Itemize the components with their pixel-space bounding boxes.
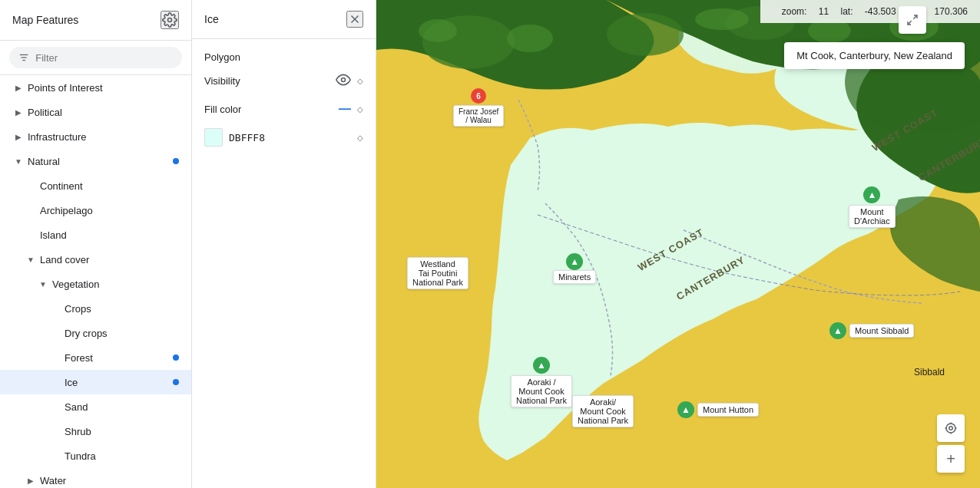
spacer [49,327,61,339]
svg-point-9 [607,13,684,56]
sidebar-item-dry-crops[interactable]: Dry crops [0,321,191,345]
place-aoraki-1[interactable]: ▲ Aoraki /Mount CookNational Park [511,357,572,407]
place-minarets[interactable]: ▲ Minarets [553,253,596,284]
spacer [25,180,37,192]
color-swatch[interactable] [204,128,223,147]
filter-input-wrap [9,47,182,68]
chevron-down-icon: ▼ [25,253,37,265]
map-controls: + [937,414,965,473]
sidebar-item-continent[interactable]: Continent [0,173,191,198]
sidebar-item-land-cover[interactable]: ▼ Land cover [0,247,191,272]
diamond-icon[interactable]: ◇ [357,105,363,114]
place-label: MountD'Archiac [849,205,896,228]
sidebar-item-forest[interactable]: Forest [0,345,191,370]
lat-value: -43.503 [865,6,896,17]
active-dot [173,354,179,361]
diamond-icon-2[interactable]: ◇ [357,134,363,142]
svg-point-6 [342,78,346,82]
svg-point-18 [949,427,953,430]
mountain-icon: ▲ [677,401,694,418]
visibility-label: Visibility [204,75,240,87]
expand-button[interactable] [899,6,926,34]
active-dot [173,158,179,164]
svg-point-0 [168,18,172,22]
zoom-value: 11 [819,6,829,17]
detail-panel: Ice Polygon Visibility ◇ Fill [192,0,376,488]
sidebar-item-label: Ice [65,377,179,388]
place-westland[interactable]: WestlandTai PoutiniNational Park [407,257,468,289]
place-mount-hutton[interactable]: ▲ Mount Hutton [677,401,759,418]
sidebar-item-vegetation[interactable]: ▼ Vegetation [0,272,191,296]
zoom-in-button[interactable]: + [937,445,965,473]
sidebar-item-infrastructure[interactable]: ▶ Infrastructure [0,124,191,149]
zoom-label: zoom: [782,6,807,17]
eye-icon[interactable] [336,72,351,90]
mountain-icon: ▲ [863,186,880,203]
chevron-down-icon: ▼ [37,278,49,290]
close-button[interactable] [346,11,363,28]
filter-bar [0,41,191,75]
map-tooltip: Mt Cook, Canterbury, New Zealand [784,42,965,69]
filter-input[interactable] [35,52,173,64]
diamond-icon[interactable]: ◇ [357,77,363,85]
sidebar-item-points-of-interest[interactable]: ▶ Points of Interest [0,75,191,100]
detail-section: Polygon Visibility ◇ Fill color — ◇ [192,39,376,159]
fill-color-label: Fill color [204,104,241,115]
svg-point-11 [419,19,457,42]
place-aoraki-2[interactable]: Aoraki/Mount CookNational Park [572,395,634,427]
sidebar-item-label: Water [40,475,179,486]
chevron-down-icon: ▼ [12,155,25,167]
sidebar-header: Map Features [0,0,191,41]
sidebar-item-label: Shrub [65,426,179,437]
tooltip-text: Mt Cook, Canterbury, New Zealand [796,50,952,61]
fill-color-swatch-row: DBFFF8 ◇ [204,128,363,147]
svg-line-16 [913,15,917,19]
spacer [49,401,61,413]
sidebar-item-label: Vegetation [52,279,179,290]
location-button[interactable] [937,414,965,442]
sidebar-title: Map Features [12,14,78,26]
sidebar-item-crops[interactable]: Crops [0,296,191,321]
sidebar-item-water[interactable]: ▶ Water [0,468,191,488]
sidebar-item-label: Sand [65,401,179,413]
place-label: Sibbald [914,367,945,378]
place-label: Franz Josef/ Walau [453,105,504,127]
sidebar-item-label: Political [28,107,179,118]
mountain-icon: ▲ [533,357,550,374]
sidebar-item-label: Points of Interest [28,82,179,94]
sidebar-list: ▶ Points of Interest ▶ Political ▶ Infra… [0,75,191,488]
minus-icon[interactable]: — [339,102,351,116]
place-franz-josef[interactable]: 6 Franz Josef/ Walau [453,88,504,127]
sidebar-item-sand[interactable]: Sand [0,394,191,419]
chevron-right-icon: ▶ [25,474,37,486]
sidebar-item-label: Dry crops [65,328,179,339]
spacer [49,425,61,437]
place-sibbald: Sibbald [914,367,945,378]
sidebar: Map Features ▶ Points of Interest ▶ Poli… [0,0,192,488]
sidebar-item-label: Archipelago [40,205,179,216]
sidebar-item-island[interactable]: Island [0,223,191,247]
sidebar-item-label: Land cover [40,254,179,265]
place-label: Mount Hutton [697,403,759,417]
lat-label: lat: [841,6,853,17]
chevron-right-icon: ▶ [12,130,25,143]
sidebar-item-label: Continent [40,180,179,192]
spacer [49,376,61,388]
sidebar-item-archipelago[interactable]: Archipelago [0,198,191,223]
sidebar-item-tundra[interactable]: Tundra [0,443,191,468]
sidebar-item-label: Tundra [65,450,179,462]
place-mount-d-archiac[interactable]: ▲ MountD'Archiac [849,186,896,228]
fill-color-row: Fill color — ◇ [204,102,363,116]
sidebar-item-shrub[interactable]: Shrub [0,419,191,443]
sidebar-item-political[interactable]: ▶ Political [0,100,191,124]
svg-point-13 [695,8,749,30]
sidebar-item-natural[interactable]: ▼ Natural [0,149,191,173]
svg-point-12 [507,25,553,52]
sidebar-item-ice[interactable]: Ice [0,370,191,394]
map-topbar: zoom: 11 lat: -43.503 lng: 170.306 [760,0,980,23]
map-area[interactable]: zoom: 11 lat: -43.503 lng: 170.306 [376,0,980,488]
spacer [25,204,37,216]
settings-button[interactable] [161,11,179,29]
sidebar-item-label: Crops [65,303,179,315]
place-mount-sibbald[interactable]: ▲ Mount Sibbald [829,322,914,339]
